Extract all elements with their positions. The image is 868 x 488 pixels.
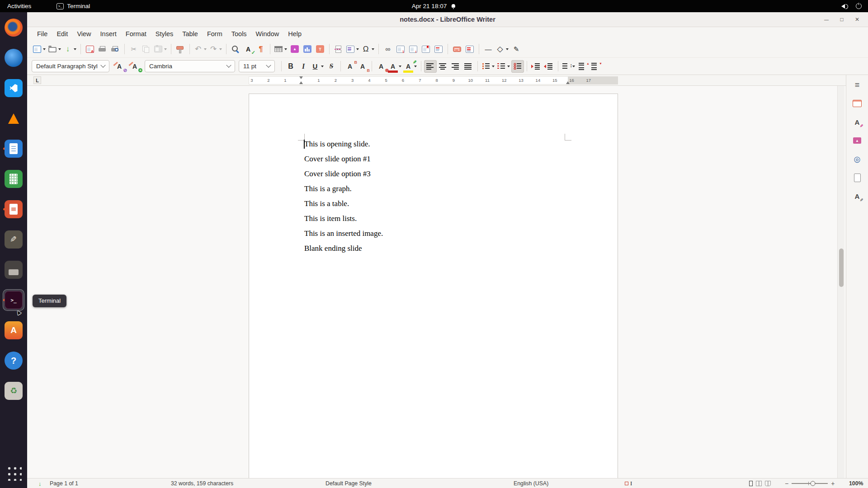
menu-styles[interactable]: Styles [151, 27, 178, 41]
document-line[interactable]: This is an inserted image. [304, 226, 590, 241]
menu-form[interactable]: Form [203, 27, 227, 41]
dock-firefox[interactable] [3, 17, 24, 38]
menu-window[interactable]: Window [251, 27, 284, 41]
dock-file-manager[interactable] [3, 259, 24, 281]
paste-dropdown[interactable] [164, 48, 167, 50]
ordered-list-dropdown[interactable] [507, 66, 510, 67]
print-preview-button[interactable] [109, 43, 122, 56]
insert-field-dropdown[interactable] [356, 48, 359, 50]
clock-menu[interactable]: Apr 21 18:07 [412, 0, 456, 12]
document-line[interactable]: This is opening slide. [304, 136, 590, 151]
insert-cross-reference-button[interactable] [432, 43, 445, 56]
export-pdf-button[interactable] [84, 43, 96, 56]
system-status-area[interactable] [841, 0, 862, 12]
track-changes-button[interactable] [463, 43, 476, 56]
title-bar[interactable]: notes.docx - LibreOffice Writer [27, 12, 868, 27]
increase-paragraph-spacing-button[interactable] [576, 60, 589, 73]
superscript-button[interactable]: A [344, 60, 356, 73]
dock-vlc[interactable] [3, 108, 24, 129]
dock-libreoffice-calc[interactable] [3, 168, 24, 190]
insert-special-character-dropdown[interactable] [372, 48, 374, 50]
sidebar-settings-button[interactable]: ≡ [850, 79, 864, 91]
insert-hyperlink-button[interactable]: ∞ [382, 43, 394, 56]
basic-shapes-button[interactable]: ◇ [495, 43, 510, 56]
underline-button[interactable]: U [310, 60, 325, 73]
page-count-label[interactable]: Page 1 of 1 [50, 479, 78, 488]
activities-button[interactable]: Activities [0, 0, 38, 12]
dock-vscode[interactable] [3, 77, 24, 99]
save-status-icon[interactable]: ↓ [38, 479, 42, 488]
insert-table-dropdown[interactable] [284, 48, 287, 50]
sidebar-navigator-button[interactable]: ◎ [850, 153, 864, 165]
horizontal-ruler[interactable]: L 3211234567891011121314151617 [27, 75, 846, 86]
cut-button[interactable]: ✂ [127, 43, 140, 56]
spelling-button[interactable]: A [242, 43, 255, 56]
no-list-button[interactable] [511, 60, 524, 73]
selection-mode-indicator[interactable]: I [625, 479, 632, 488]
dock-libreoffice-impress[interactable] [3, 198, 24, 220]
insert-field-button[interactable] [345, 43, 360, 56]
insert-image-button[interactable]: ▲ [288, 43, 301, 56]
page-style-label[interactable]: Default Page Style [326, 479, 372, 488]
document-line[interactable]: Cover slide option #1 [304, 151, 590, 166]
align-left-button[interactable] [424, 60, 437, 73]
left-indent-marker[interactable] [299, 81, 303, 84]
focused-app-menu[interactable]: >_ Terminal [57, 3, 90, 9]
subscript-button[interactable]: A [356, 60, 369, 73]
menu-insert[interactable]: Insert [96, 27, 121, 41]
scrollbar-thumb[interactable] [839, 249, 844, 287]
font-color-dropdown[interactable] [399, 66, 401, 67]
copy-button[interactable] [140, 43, 153, 56]
document-line[interactable]: Blank ending slide [304, 241, 590, 256]
paste-button[interactable] [153, 43, 168, 56]
document-line[interactable]: This is a table. [304, 196, 590, 211]
update-style-button[interactable]: A [113, 60, 126, 73]
maximize-button[interactable] [836, 14, 847, 25]
save-button[interactable]: ↓ [62, 43, 78, 56]
dock-libreoffice-writer[interactable] [3, 138, 24, 160]
print-button[interactable] [96, 43, 109, 56]
tab-stop-selector[interactable]: L [33, 76, 41, 84]
freeform-line-button[interactable]: ✎ [510, 43, 523, 56]
open-file-dropdown[interactable] [58, 48, 61, 50]
undo-button[interactable]: ↶ [193, 43, 208, 56]
zoom-slider-track[interactable] [792, 483, 828, 484]
insert-comment-button[interactable] [451, 43, 463, 56]
increase-indent-button[interactable] [530, 60, 542, 73]
underline-dropdown[interactable] [321, 66, 324, 67]
font-name-combobox[interactable]: Cambria [145, 60, 235, 72]
zoom-out-button[interactable]: − [785, 480, 788, 487]
zoom-slider-handle[interactable] [810, 481, 815, 486]
dock-thunderbird[interactable] [3, 47, 24, 69]
highlighting-color-button[interactable]: A [403, 60, 418, 73]
font-color-button[interactable]: A [387, 60, 403, 73]
sidebar-page-button[interactable] [850, 171, 864, 184]
insert-bookmark-button[interactable] [420, 43, 432, 56]
decrease-paragraph-spacing-button[interactable] [589, 60, 602, 73]
bold-button[interactable]: B [284, 60, 297, 73]
dock-terminal[interactable] [3, 289, 24, 311]
document-line[interactable]: This is item lists. [304, 211, 590, 226]
horizontal-line-button[interactable]: — [482, 43, 495, 56]
paragraph-style-combobox[interactable]: Default Paragraph Styl [32, 60, 109, 72]
sidebar-properties-button[interactable] [850, 97, 864, 110]
basic-shapes-dropdown[interactable] [506, 48, 509, 50]
zoom-in-button[interactable]: + [831, 480, 835, 487]
redo-dropdown[interactable] [219, 48, 222, 50]
strikethrough-button[interactable]: S [325, 60, 338, 73]
language-label[interactable]: English (USA) [514, 479, 548, 488]
single-page-view-button[interactable] [749, 481, 753, 486]
sidebar-style-inspector-button[interactable]: A [850, 190, 864, 202]
new-style-button[interactable]: A [128, 60, 141, 73]
new-document-button[interactable] [32, 43, 47, 56]
dock-help[interactable] [3, 350, 24, 371]
dock-app-grid[interactable] [3, 462, 24, 483]
formatting-marks-button[interactable]: ¶ [255, 43, 267, 56]
chevron-down-icon[interactable] [100, 62, 105, 67]
line-spacing-dropdown[interactable] [572, 66, 575, 67]
insert-textbox-button[interactable]: T [314, 43, 326, 56]
dock-gimp[interactable] [3, 229, 24, 250]
chevron-down-icon[interactable] [226, 62, 231, 67]
menu-view[interactable]: View [72, 27, 95, 41]
menu-edit[interactable]: Edit [52, 27, 72, 41]
